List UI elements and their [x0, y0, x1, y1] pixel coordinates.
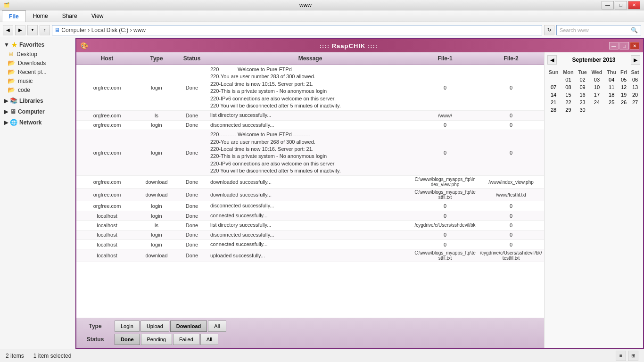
close-button[interactable]: ✕: [628, 1, 640, 9]
cal-date[interactable]: 29: [561, 106, 576, 114]
maximize-button[interactable]: □: [615, 1, 627, 9]
sidebar-item-desktop[interactable]: 🖥 Desktop: [0, 49, 75, 58]
cal-date[interactable]: 08: [561, 83, 576, 91]
cal-date[interactable]: [629, 106, 641, 114]
sidebar-item-downloads[interactable]: 📂 Downloads: [0, 58, 75, 67]
cal-date[interactable]: 17: [589, 91, 604, 99]
cal-date[interactable]: 21: [546, 99, 561, 106]
filter-upload-button[interactable]: Upload: [140, 321, 169, 332]
filter-login-button[interactable]: Login: [115, 321, 140, 332]
favorites-header[interactable]: ▼ ★ Favorites: [0, 40, 75, 49]
filter-all-status-button[interactable]: All: [200, 334, 218, 345]
cal-date[interactable]: 02: [576, 76, 589, 83]
table-row: orgfree.com login Done 220---------- Wel…: [76, 65, 544, 111]
cell-host: localhost: [76, 252, 138, 259]
search-box[interactable]: Search www 🔍: [556, 25, 641, 35]
cal-date[interactable]: 09: [576, 83, 589, 91]
cal-date[interactable]: 18: [604, 91, 618, 99]
refresh-button[interactable]: ↻: [544, 25, 554, 35]
cal-date[interactable]: 30: [576, 106, 589, 114]
cal-date[interactable]: [589, 106, 604, 114]
calendar-next-button[interactable]: ▶: [631, 55, 640, 65]
cal-date[interactable]: 26: [619, 99, 629, 106]
libraries-header[interactable]: ▶ 📚 Libraries: [0, 96, 75, 105]
cal-date[interactable]: 04: [604, 76, 618, 83]
tab-view[interactable]: View: [84, 10, 111, 22]
cal-date[interactable]: 05: [619, 76, 629, 83]
sidebar-item-code[interactable]: 📂 code: [0, 85, 75, 94]
cell-host: orgfree.com: [76, 178, 138, 186]
cal-date[interactable]: 14: [546, 91, 561, 99]
cal-date[interactable]: 07: [546, 83, 561, 91]
cell-file1: 0: [412, 149, 478, 156]
up-button[interactable]: ↑: [40, 25, 50, 35]
sidebar-item-music[interactable]: 📂 music: [0, 76, 75, 85]
minimize-button[interactable]: —: [602, 1, 614, 9]
filter-done-button[interactable]: Done: [115, 334, 140, 345]
cell-type: login: [138, 212, 175, 220]
filter-all-type-button[interactable]: All: [208, 321, 226, 332]
cell-status: Done: [175, 178, 208, 186]
raapchik-minimize-button[interactable]: —: [609, 42, 619, 49]
calendar-prev-button[interactable]: ◀: [547, 55, 557, 65]
cell-file1: 0: [412, 202, 478, 210]
cal-date[interactable]: 03: [589, 76, 604, 83]
cal-date[interactable]: 19: [619, 91, 629, 99]
cal-date[interactable]: 11: [604, 83, 618, 91]
computer-header[interactable]: ▶ 🖥 Computer: [0, 107, 75, 116]
table-row: orgfree.com login Done disconnected succ…: [76, 121, 544, 130]
recent-button[interactable]: ▼: [27, 25, 38, 35]
cal-date[interactable]: 06: [629, 76, 641, 83]
cal-day-fri: Fri: [619, 68, 629, 76]
cell-host: orgfree.com: [76, 121, 138, 129]
tab-home[interactable]: Home: [26, 10, 55, 22]
cal-date[interactable]: [546, 76, 561, 83]
filter-download-button[interactable]: Download: [170, 321, 207, 332]
raapchik-restore-button[interactable]: □: [619, 42, 629, 49]
libraries-label: Libraries: [19, 98, 43, 104]
log-table-body[interactable]: orgfree.com login Done 220---------- Wel…: [76, 65, 544, 318]
sidebar-item-recent[interactable]: 📂 Recent pl...: [0, 67, 75, 76]
forward-button[interactable]: ▶: [15, 25, 25, 35]
cal-date[interactable]: [604, 106, 618, 114]
cell-message: disconnected successfully...: [208, 230, 412, 239]
calendar-grid: Sun Mon Tue Wed Thu Fri Sat: [546, 68, 641, 114]
view-tiles-button[interactable]: ⊞: [628, 351, 638, 361]
cal-date[interactable]: 25: [604, 99, 618, 106]
cal-date[interactable]: 27: [629, 99, 641, 106]
cal-date[interactable]: 01: [561, 76, 576, 83]
cell-type: download: [138, 178, 175, 186]
cal-date[interactable]: 12: [619, 83, 629, 91]
view-details-button[interactable]: ≡: [616, 351, 626, 361]
quick-access-icon: 🗂️: [4, 2, 9, 8]
cell-file1: 0: [412, 84, 478, 91]
cell-file1: 0: [412, 212, 478, 220]
cal-date[interactable]: 10: [589, 83, 604, 91]
raapchik-close-button[interactable]: ✕: [630, 42, 639, 49]
cal-date[interactable]: 15: [561, 91, 576, 99]
cal-date[interactable]: 22: [561, 99, 576, 106]
cal-date[interactable]: 13: [629, 83, 641, 91]
cell-message: connected successfully...: [208, 211, 412, 220]
filter-pending-button[interactable]: Pending: [141, 334, 172, 345]
cell-host: localhost: [76, 231, 138, 239]
tab-share[interactable]: Share: [55, 10, 84, 22]
cell-file1: /www/: [412, 112, 478, 119]
network-header[interactable]: ▶ 🌐 Network: [0, 118, 75, 127]
cell-type: download: [138, 252, 175, 259]
cal-date[interactable]: [619, 106, 629, 114]
cal-date[interactable]: 16: [576, 91, 589, 99]
cal-date[interactable]: 23: [576, 99, 589, 106]
cal-day-wed: Wed: [589, 68, 604, 76]
cal-date[interactable]: 20: [629, 91, 641, 99]
back-button[interactable]: ◀: [3, 25, 13, 35]
cal-date[interactable]: 24: [589, 99, 604, 106]
filter-failed-button[interactable]: Failed: [173, 334, 199, 345]
address-input[interactable]: 🖥 Computer › Local Disk (C:) › www: [52, 25, 542, 35]
raapchik-window: 🎨 :::: RaapCHIK :::: — □ ✕ Host Type Sta…: [75, 38, 644, 349]
tab-file[interactable]: File: [2, 10, 26, 22]
cell-status: Done: [175, 222, 208, 229]
raapchik-body: Host Type Status Message File-1 File-2 o…: [76, 52, 643, 348]
computer-label: Computer: [18, 108, 45, 115]
cal-date[interactable]: 28: [546, 106, 561, 114]
